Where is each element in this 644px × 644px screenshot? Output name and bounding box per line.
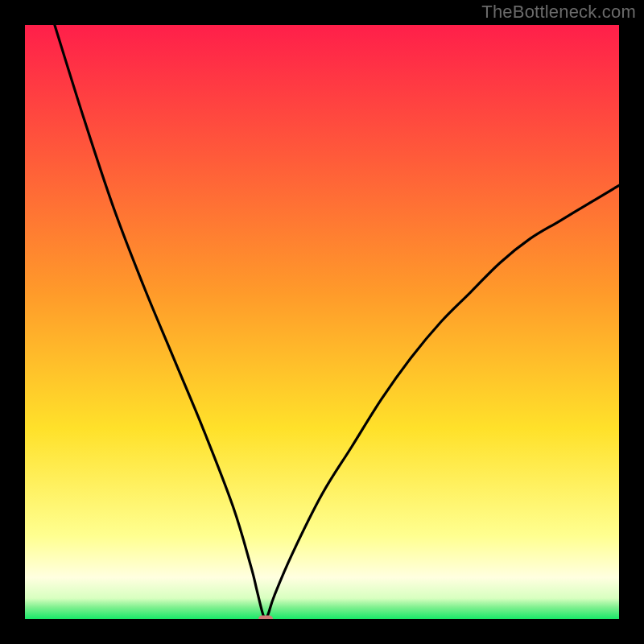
plot-area (25, 25, 619, 619)
watermark-text: TheBottleneck.com (481, 2, 636, 23)
chart-outer-frame: TheBottleneck.com (0, 0, 644, 644)
bottleneck-curve (25, 25, 619, 619)
minimum-marker (258, 616, 273, 620)
